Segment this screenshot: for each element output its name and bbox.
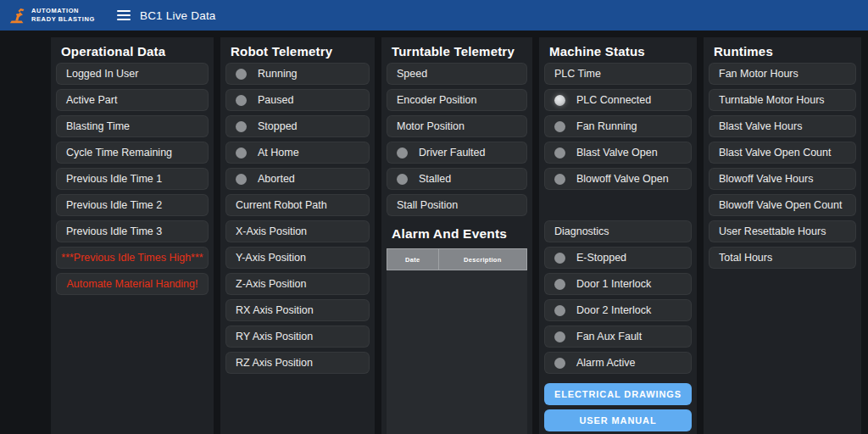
item-door-1-interlock: Door 1 Interlock: [544, 273, 692, 295]
column-body-turntable-telemetry: SpeedEncoder PositionMotor PositionDrive…: [381, 63, 532, 434]
item-previous-idle-time-3: Previous Idle Time 3: [56, 220, 209, 242]
button-electrical-drawings[interactable]: ELECTRICAL DRAWINGS: [544, 383, 692, 405]
column-title-robot-telemetry: Robot Telemetry: [220, 37, 375, 63]
item-blowoff-valve-open-count: Blowoff Valve Open Count: [709, 194, 856, 216]
status-dot-driver-faulted: [397, 147, 408, 159]
status-dot-blowoff-valve-open: [554, 174, 565, 185]
item-logged-in-user: Logged In User: [56, 63, 209, 85]
item-rz-axis-position: RZ Axis Position: [225, 352, 370, 374]
item-label: RZ Axis Position: [236, 357, 313, 369]
item-label: User Resettable Hours: [719, 225, 826, 237]
column-body-runtimes: Fan Motor HoursTurntable Motor HoursBlas…: [704, 63, 861, 434]
item-running: Running: [225, 63, 370, 85]
item-label: Stopped: [258, 120, 298, 132]
alarm-events-title: Alarm And Events: [387, 220, 527, 248]
page-title: BC1 Live Data: [140, 9, 216, 22]
item-blast-valve-open-count: Blast Valve Open Count: [709, 142, 856, 164]
item-turntable-motor-hours: Turntable Motor Hours: [709, 89, 856, 111]
item-label: RX Axis Position: [236, 304, 314, 316]
status-dot-stopped: [236, 121, 247, 132]
company-name: AUTOMATION READY BLASTING: [31, 7, 95, 24]
item-label: Door 2 Interlock: [576, 304, 651, 316]
alarm-col-date: Date: [387, 249, 439, 270]
item-label: Previous Idle Time 3: [66, 225, 162, 237]
item-plc-time: PLC Time: [544, 63, 692, 85]
item-at-home: At Home: [225, 142, 370, 164]
item-previous-idle-time-1: Previous Idle Time 1: [56, 168, 209, 190]
app-header: AUTOMATION READY BLASTING BC1 Live Data: [0, 0, 868, 31]
column-body-operational-data: Logged In UserActive PartBlasting TimeCy…: [51, 63, 214, 434]
status-dot-paused: [236, 95, 247, 106]
item-label: Logged In User: [66, 68, 138, 80]
action-buttons: ELECTRICAL DRAWINGSUSER MANUAL: [544, 383, 692, 434]
status-dot-e-stopped: [554, 253, 565, 264]
item-label: Speed: [397, 68, 427, 80]
item-label: ***Previous Idle Times High***: [61, 252, 203, 264]
item-encoder-position: Encoder Position: [387, 89, 527, 111]
button-user-manual[interactable]: USER MANUAL: [544, 409, 692, 431]
item-label: Blast Valve Open: [576, 147, 658, 159]
item-stopped: Stopped: [225, 115, 370, 137]
alarm-events-table: DateDescription: [387, 248, 527, 434]
item-label: Fan Running: [576, 120, 637, 132]
item-aborted: Aborted: [225, 168, 370, 190]
item-door-2-interlock: Door 2 Interlock: [544, 299, 692, 321]
item-label: Fan Aux Fault: [576, 331, 642, 342]
item-label: Driver Faulted: [419, 147, 486, 159]
item-label: Automate Material Handing!: [67, 278, 198, 290]
status-dot-plc-connected: [554, 95, 565, 106]
item-y-axis-position: Y-Axis Position: [225, 247, 370, 269]
item-label: Previous Idle Time 2: [66, 199, 162, 211]
item-label: X-Axis Position: [236, 225, 307, 237]
status-dot-running: [236, 69, 247, 80]
status-dot-blast-valve-open: [554, 147, 565, 159]
item-fan-running: Fan Running: [544, 115, 692, 137]
item-blast-valve-hours: Blast Valve Hours: [709, 115, 856, 137]
item-cycle-time-remaining: Cycle Time Remaining: [56, 142, 209, 164]
alarm-events-table-body: [387, 270, 527, 434]
item-rx-axis-position: RX Axis Position: [225, 299, 370, 321]
status-dot-stalled: [397, 174, 408, 185]
status-dot-aborted: [236, 174, 247, 185]
item-stalled: Stalled: [387, 168, 527, 190]
item-label: Running: [258, 68, 298, 80]
item-label: Previous Idle Time 1: [66, 173, 162, 185]
column-robot-telemetry: Robot TelemetryRunningPausedStoppedAt Ho…: [220, 37, 375, 434]
column-title-runtimes: Runtimes: [704, 37, 861, 63]
item-active-part: Active Part: [56, 89, 209, 111]
item-label: Motor Position: [397, 120, 465, 132]
status-dot-door-2-interlock: [554, 305, 565, 316]
item-label: Current Robot Path: [236, 199, 327, 211]
item-paused: Paused: [225, 89, 370, 111]
item-label: Blowoff Valve Open: [576, 173, 669, 185]
item-fan-motor-hours: Fan Motor Hours: [709, 63, 856, 85]
item-x-axis-position: X-Axis Position: [225, 220, 370, 242]
column-machine-status: Machine StatusPLC TimePLC ConnectedFan R…: [539, 37, 697, 434]
column-turntable-telemetry: Turntable TelemetrySpeedEncoder Position…: [381, 37, 532, 434]
alert-previous-idle-times-high: ***Previous Idle Times High***: [56, 247, 209, 269]
item-label: At Home: [258, 147, 299, 159]
item-label: Y-Axis Position: [236, 252, 306, 264]
item-label: Cycle Time Remaining: [66, 147, 172, 159]
item-label: Diagnostics: [554, 225, 609, 237]
item-label: Paused: [258, 94, 293, 106]
item-previous-idle-time-2: Previous Idle Time 2: [56, 194, 209, 216]
menu-icon[interactable]: [117, 10, 131, 20]
item-label: Blast Valve Open Count: [719, 147, 831, 159]
status-dot-alarm-active: [554, 358, 565, 369]
item-motor-position: Motor Position: [387, 115, 527, 137]
item-label: RY Axis Position: [236, 331, 313, 342]
item-ry-axis-position: RY Axis Position: [225, 326, 370, 348]
item-label: PLC Connected: [576, 94, 651, 106]
item-blowoff-valve-hours: Blowoff Valve Hours: [709, 168, 856, 190]
item-label: Door 1 Interlock: [576, 278, 651, 290]
item-e-stopped: E-Stopped: [544, 247, 692, 269]
column-runtimes: RuntimesFan Motor HoursTurntable Motor H…: [704, 37, 861, 434]
item-blast-valve-open: Blast Valve Open: [544, 142, 692, 164]
item-label: Blowoff Valve Open Count: [719, 199, 842, 211]
item-total-hours: Total Hours: [709, 247, 856, 269]
item-diagnostics: Diagnostics: [544, 220, 692, 242]
alert-automate-material-handing: Automate Material Handing!: [56, 273, 209, 295]
company-logo: AUTOMATION READY BLASTING: [8, 6, 95, 25]
item-speed: Speed: [387, 63, 527, 85]
